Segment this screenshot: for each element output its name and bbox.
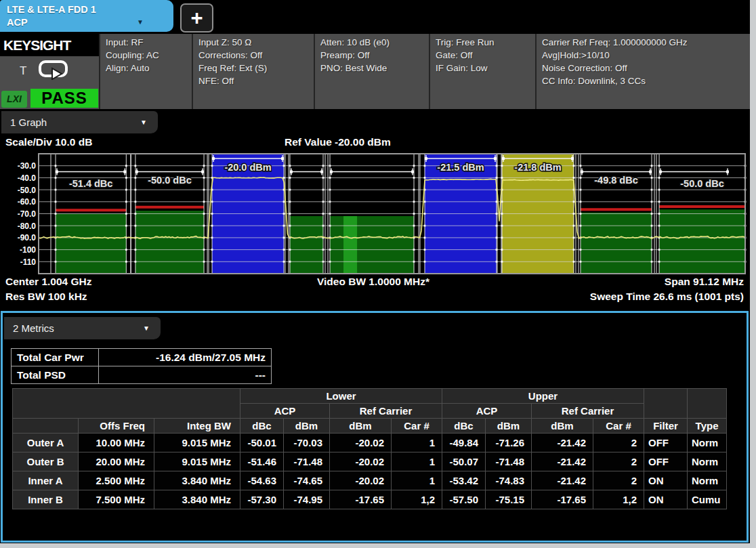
boundary-dot — [424, 225, 426, 227]
acp-cell: -71.48 — [284, 452, 330, 471]
header-blank — [644, 389, 688, 419]
upper-outer-a-offset — [581, 213, 652, 274]
ruler-end-dot — [212, 157, 215, 160]
header-settings-column-5[interactable]: Carrier Ref Freq: 1.000000000 GHzAvg|Hol… — [535, 34, 750, 109]
column-header: Type — [688, 419, 727, 434]
boundary-dot — [55, 189, 57, 191]
metrics-window: 2 Metrics ▼ Total Car Pwr -16.24 dBm/27.… — [1, 311, 749, 543]
upper-outer-b-offset — [659, 209, 745, 274]
lower-outer-b-offset-label: -51.4 dBc — [69, 178, 112, 189]
boundary-dot — [125, 225, 127, 227]
chevron-down-icon: ▼ — [137, 16, 144, 28]
header-settings-column-1[interactable]: Input: RFCoupling: ACAlign: Auto — [99, 34, 192, 109]
setting-line: Input Z: 50 Ω — [198, 36, 308, 49]
setting-line: NFE: Off — [198, 75, 308, 87]
y-axis-tick-label: -80.0 — [18, 222, 37, 231]
graph-window-selector[interactable]: 1 Graph ▼ — [1, 111, 158, 133]
boundary-dot — [283, 201, 285, 203]
boundary-dot — [125, 201, 127, 203]
center-freq-readout[interactable]: Center 1.004 GHz — [5, 276, 92, 288]
table-row[interactable]: Outer B20.00 MHz9.015 MHz-51.46-71.48-20… — [13, 452, 727, 471]
lower-inner-offset — [290, 216, 323, 274]
acp-cell: 20.00 MHz — [79, 452, 154, 471]
boundary-dot — [658, 225, 660, 227]
ruler-end-dot — [290, 171, 293, 173]
column-header: Filter — [644, 419, 688, 434]
add-tab-button[interactable]: + — [180, 3, 213, 33]
ruler-end-dot — [123, 171, 126, 173]
chevron-down-icon: ▼ — [140, 111, 147, 133]
acp-cell: 3.840 MHz — [154, 471, 240, 490]
boundary-dot — [658, 213, 660, 215]
metrics-window-selector[interactable]: 2 Metrics ▼ — [4, 317, 161, 339]
header-settings-column-3[interactable]: Atten: 10 dB (e0)Preamp: OffPNO: Best Wi… — [314, 34, 429, 109]
graph-window-selector-label: 1 Graph — [10, 117, 47, 128]
boundary-dot — [424, 177, 426, 179]
metrics-window-selector-label: 2 Metrics — [13, 322, 54, 334]
boundary-dot — [651, 189, 653, 191]
table-row[interactable]: Outer A10.00 MHz9.015 MHz-50.01-70.03-20… — [13, 434, 727, 452]
boundary-dot — [424, 165, 426, 167]
boundary-dot — [413, 201, 415, 203]
boundary-dot — [658, 261, 660, 263]
acp-spectrum-chart: -51.4 dBc-50.0 dBc-20.0 dBm-21.5 dBm-21.… — [0, 152, 750, 276]
boundary-dot — [289, 165, 291, 167]
boundary-dot — [501, 237, 503, 239]
boundary-dot — [413, 177, 415, 179]
carrier-1-label: -20.0 dBm — [224, 162, 271, 173]
ruler-end-dot — [425, 157, 427, 160]
header-settings-column-2[interactable]: Input Z: 50 ΩCorrections: OffFreq Ref: E… — [192, 34, 314, 109]
boundary-dot — [211, 201, 213, 203]
res-bw-readout[interactable]: Res BW 100 kHz — [5, 291, 87, 303]
boundary-dot — [501, 177, 503, 179]
header-settings-column-4[interactable]: Trig: Free RunGate: OffIF Gain: Low — [429, 34, 535, 109]
acp-cell: 10.00 MHz — [79, 434, 154, 452]
span-readout[interactable]: Span 91.12 MHz — [665, 276, 744, 288]
column-header: dBm — [532, 419, 593, 434]
continuous-sweep-icon[interactable] — [38, 60, 69, 83]
boundary-dot — [658, 249, 660, 251]
boundary-dot — [501, 213, 503, 215]
boundary-dot — [283, 225, 285, 227]
ref-value-readout[interactable]: Ref Value -20.00 dBm — [285, 136, 391, 148]
total-car-pwr-value: -16.24 dBm/27.05 MHz — [99, 349, 272, 366]
boundary-dot — [580, 249, 582, 251]
boundary-dot — [203, 213, 205, 215]
column-header: dBm — [330, 419, 392, 434]
setting-line: Trig: Free Run — [436, 36, 530, 49]
scale-div-readout[interactable]: Scale/Div 10.0 dB — [5, 136, 92, 148]
sweep-time-readout[interactable]: Sweep Time 26.6 ms (1001 pts) — [590, 291, 744, 303]
header-blank — [688, 389, 727, 419]
trace-indicator: T — [20, 64, 26, 78]
boundary-dot — [329, 213, 331, 215]
boundary-dot — [413, 261, 415, 263]
acp-cell: 1,2 — [593, 490, 644, 509]
table-row[interactable]: Inner B7.500 MHz3.840 MHz-57.30-74.95-17… — [13, 490, 727, 509]
screenshot-frame: LTE & LTE-A FDD 1 ACP ▼ + KEYSIGHT T LXI… — [0, 0, 756, 548]
boundary-dot — [580, 189, 582, 191]
acp-cell: -75.15 — [486, 490, 532, 509]
acp-cell: -74.95 — [284, 490, 330, 509]
acp-cell: Outer B — [13, 452, 79, 471]
setting-line: IF Gain: Low — [436, 62, 530, 75]
boundary-dot — [322, 201, 324, 203]
table-row[interactable]: Inner A2.500 MHz3.840 MHz-54.63-74.65-20… — [13, 471, 727, 490]
boundary-dot — [651, 177, 653, 179]
boundary-dot — [55, 177, 57, 179]
analyzer-screen: LTE & LTE-A FDD 1 ACP ▼ + KEYSIGHT T LXI… — [0, 0, 750, 543]
acp-cell: Inner A — [13, 471, 79, 490]
boundary-dot — [573, 165, 575, 167]
boundary-dot — [203, 249, 205, 251]
table-row: Total PSD --- — [12, 366, 272, 384]
boundary-dot — [211, 261, 213, 263]
measurement-tab[interactable]: LTE & LTE-A FDD 1 ACP ▼ — [0, 0, 173, 32]
boundary-dot — [55, 201, 57, 203]
boundary-dot — [424, 201, 426, 203]
boundary-dot — [413, 189, 415, 191]
boundary-dot — [658, 201, 660, 203]
boundary-dot — [573, 261, 575, 263]
boundary-dot — [55, 165, 57, 167]
video-bw-readout[interactable]: Video BW 1.0000 MHz* — [317, 276, 429, 288]
setting-line: PNO: Best Wide — [320, 62, 423, 75]
ruler-end-dot — [502, 157, 505, 160]
